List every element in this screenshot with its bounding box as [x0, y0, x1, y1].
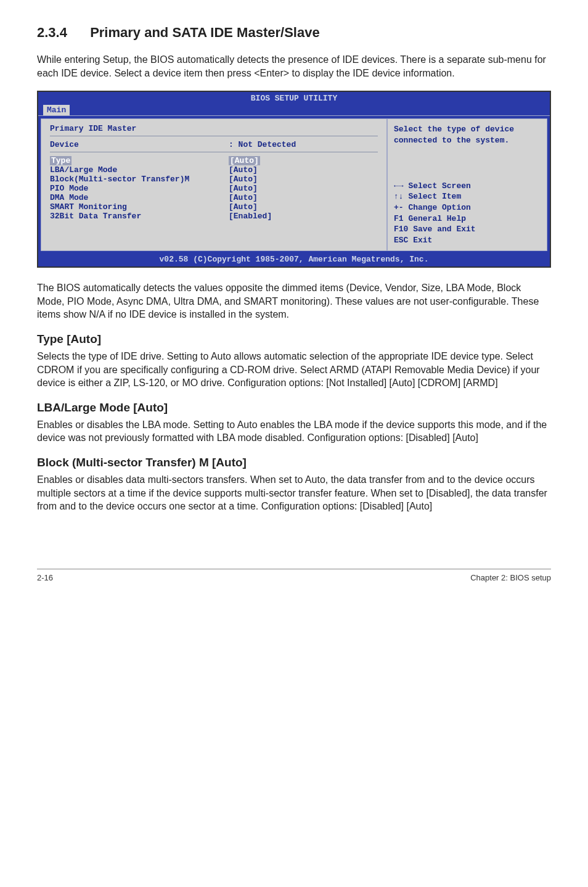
bios-device-row: Device : Not Detected	[50, 140, 378, 149]
bios-setting-key: 32Bit Data Transfer	[50, 212, 229, 221]
subsection-heading: LBA/Large Mode [Auto]	[37, 401, 551, 415]
bios-setting-key: PIO Mode	[50, 184, 229, 193]
bios-tabs: Main	[38, 105, 550, 115]
bios-right-pane: Select the type of device connected to t…	[387, 118, 547, 251]
bios-setting-value: [Auto]	[229, 175, 258, 184]
bios-setting-value: [Enabled]	[229, 212, 272, 221]
bios-device-value: : Not Detected	[229, 140, 296, 149]
chapter-label: Chapter 2: BIOS setup	[470, 573, 551, 582]
bios-setting-row: 32Bit Data Transfer[Enabled]	[50, 212, 378, 221]
bios-screenshot: BIOS SETUP UTILITY Main Primary IDE Mast…	[37, 91, 551, 268]
bios-title: BIOS SETUP UTILITY	[38, 92, 550, 105]
bios-setting-row: DMA Mode[Auto]	[50, 193, 378, 202]
section-number: 2.3.4	[37, 25, 86, 41]
subsection-body: Enables or disables data multi-sectors t…	[37, 473, 551, 513]
bios-setting-row: SMART Monitoring[Auto]	[50, 202, 378, 212]
section-heading: 2.3.4 Primary and SATA IDE Master/Slave	[37, 25, 551, 41]
divider	[50, 152, 378, 152]
page-footer: 2-16 Chapter 2: BIOS setup	[37, 569, 551, 582]
divider	[50, 136, 378, 136]
subsection-body: Enables or disables the LBA mode. Settin…	[37, 418, 551, 445]
bios-setting-value: [Auto]	[229, 193, 258, 202]
bios-setting-row: Type[Auto]	[50, 156, 378, 165]
bios-setting-row: Block(Multi-sector Transfer)M[Auto]	[50, 175, 378, 184]
subsection-body: Selects the type of IDE drive. Setting t…	[37, 350, 551, 390]
section-title-text: Primary and SATA IDE Master/Slave	[90, 25, 320, 40]
bios-setting-key: Block(Multi-sector Transfer)M	[50, 175, 229, 184]
subsection-heading: Block (Multi-sector Transfer) M [Auto]	[37, 456, 551, 469]
bios-key-legend: ←→ Select Screen↑↓ Select Item+- Change …	[394, 181, 541, 245]
bios-key-line: ↑↓ Select Item	[394, 191, 541, 202]
bios-key-line: F1 General Help	[394, 213, 541, 225]
after-bios-paragraph: The BIOS automatically detects the value…	[37, 281, 551, 321]
bios-setting-row: PIO Mode[Auto]	[50, 184, 378, 193]
bios-help-text: Select the type of device connected to t…	[394, 124, 541, 146]
bios-setting-value: [Auto]	[229, 184, 258, 193]
bios-pane-header: Primary IDE Master	[50, 124, 378, 133]
bios-setting-row: LBA/Large Mode[Auto]	[50, 165, 378, 175]
bios-key-line: F10 Save and Exit	[394, 224, 541, 235]
bios-body: Primary IDE Master Device : Not Detected…	[38, 115, 550, 254]
bios-device-label: Device	[50, 140, 229, 149]
subsection-heading: Type [Auto]	[37, 332, 551, 346]
bios-key-line: +- Change Option	[394, 202, 541, 213]
bios-setting-value: [Auto]	[229, 165, 258, 175]
intro-paragraph: While entering Setup, the BIOS automatic…	[37, 53, 551, 80]
bios-footer: v02.58 (C)Copyright 1985-2007, American …	[38, 254, 550, 266]
bios-setting-key: SMART Monitoring	[50, 202, 229, 212]
bios-setting-key: DMA Mode	[50, 193, 229, 202]
page-number: 2-16	[37, 573, 53, 582]
bios-setting-value: [Auto]	[229, 156, 260, 165]
bios-key-line: ESC Exit	[394, 235, 541, 246]
bios-left-pane: Primary IDE Master Device : Not Detected…	[41, 118, 387, 251]
bios-tab-main: Main	[43, 105, 70, 115]
bios-setting-key: LBA/Large Mode	[50, 165, 229, 175]
bios-settings-list: Type[Auto]LBA/Large Mode[Auto]Block(Mult…	[50, 156, 378, 221]
bios-setting-key: Type	[50, 156, 229, 165]
bios-key-line: ←→ Select Screen	[394, 181, 541, 192]
bios-setting-value: [Auto]	[229, 202, 258, 212]
